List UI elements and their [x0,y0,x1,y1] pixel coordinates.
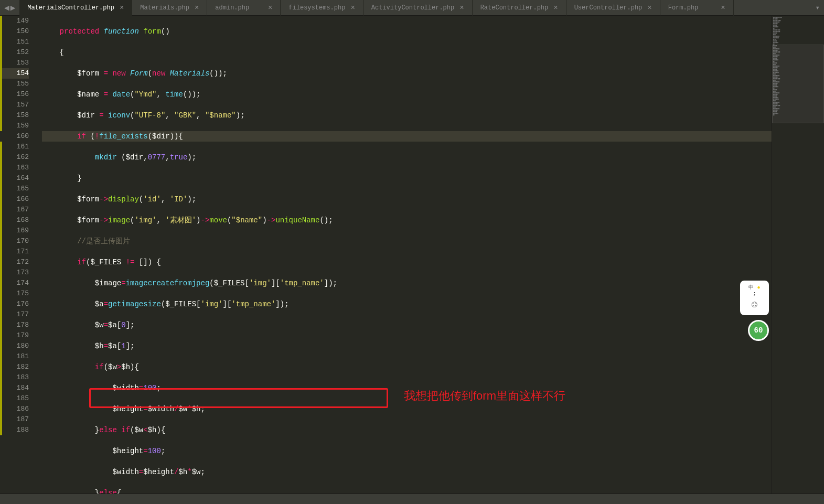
line-number: 168 [0,215,29,226]
line-number: 188 [0,425,29,435]
line-number: 157 [0,100,29,110]
line-number: 177 [0,309,29,320]
line-number: 163 [0,163,29,173]
tab-admin[interactable]: admin.php × [207,0,281,16]
line-number-gutter: 149 150 151 152 153 154 155 156 157 158 … [0,16,37,494]
line-number: 176 [0,299,29,309]
tab-label: Materials.php [140,4,189,12]
gutter-markers [0,16,3,494]
close-icon[interactable]: × [721,4,725,12]
line-number: 175 [0,288,29,299]
line-number: 156 [0,89,29,100]
line-number: 181 [0,351,29,362]
tab-label: admin.php [215,4,249,12]
line-number: 182 [0,362,29,372]
face-icon: ☺ [747,297,763,313]
line-number: 167 [0,205,29,215]
close-icon[interactable]: × [647,4,651,12]
minimap-viewport[interactable] [772,45,824,123]
close-icon[interactable]: × [553,4,558,12]
line-number: 185 [0,393,29,404]
line-number: 161 [0,142,29,152]
tab-dropdown-icon[interactable]: ▾ [811,3,824,12]
tab-user-controller[interactable]: UserController.php × [566,0,660,16]
line-number: 149 [0,16,29,26]
line-number: 179 [0,330,29,341]
tab-label: MaterialsController.php [27,4,114,12]
progress-badge[interactable]: 60 [748,320,769,341]
line-number: 170 [0,236,29,246]
tab-form[interactable]: Form.php × [660,0,734,16]
close-icon[interactable]: × [350,4,355,12]
tab-materials-controller[interactable]: MaterialsController.php × [19,0,132,16]
tab-materials[interactable]: Materials.php × [132,0,207,16]
line-number: 186 [0,404,29,414]
status-bar [0,494,824,504]
ime-badge[interactable]: 中 ● ; ☺ [740,281,769,315]
nav-forward-icon[interactable]: ▶ [10,3,16,13]
line-number: 153 [0,58,29,68]
line-number: 160 [0,131,29,142]
line-number: 150 [0,26,29,37]
line-number: 172 [0,257,29,267]
line-number: 164 [0,173,29,184]
close-icon[interactable]: × [120,4,124,12]
code-editor[interactable]: protected function form() { $form = new … [37,16,772,494]
line-number: 187 [0,414,29,425]
line-number: 152 [0,47,29,58]
line-number: 165 [0,184,29,194]
editor-container: 149 150 151 152 153 154 155 156 157 158 … [0,16,824,494]
tabs-container: MaterialsController.php × Materials.php … [19,0,811,16]
line-number: 169 [0,226,29,236]
close-icon[interactable]: × [459,4,464,12]
tab-label: RateController.php [480,4,549,12]
line-number: 184 [0,383,29,393]
change-marker [0,142,2,435]
tab-activity-controller[interactable]: ActivityController.php × [363,0,473,16]
line-number: 174 [0,278,29,288]
line-number: 166 [0,194,29,205]
change-marker [0,16,2,131]
nav-arrows: ◀ ▶ [0,3,19,13]
tab-filesystems[interactable]: filesystems.php × [281,0,363,16]
tab-label: UserController.php [574,4,643,12]
tab-label: ActivityController.php [371,4,454,12]
top-bar: ◀ ▶ MaterialsController.php × Materials.… [0,0,824,16]
nav-back-icon[interactable]: ◀ [4,3,9,13]
minimap[interactable]: ████ ████ ██████ ████████ ██ ███████████… [772,16,824,494]
line-number: 151 [0,37,29,47]
line-number: 173 [0,267,29,278]
line-number: 155 [0,79,29,89]
line-number: 183 [0,372,29,383]
line-number: 159 [0,121,29,131]
close-icon[interactable]: × [195,4,199,12]
line-number: 171 [0,246,29,257]
line-number: 180 [0,341,29,351]
line-number: 158 [0,110,29,121]
tab-label: filesystems.php [288,4,345,12]
line-number: 178 [0,320,29,330]
line-number: 162 [0,152,29,163]
badge-text: ; [753,291,756,297]
line-number-current: 154 [0,68,29,79]
tab-rate-controller[interactable]: RateController.php × [473,0,566,16]
close-icon[interactable]: × [268,4,272,12]
badge-text: 中 ● [748,284,760,291]
tab-label: Form.php [668,4,699,12]
